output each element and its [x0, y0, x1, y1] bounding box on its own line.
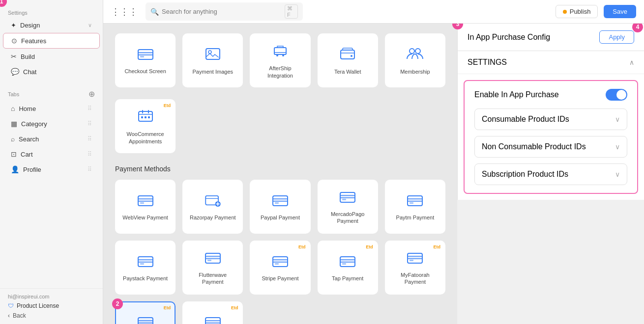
dropdown-chevron-icon: ∨: [615, 170, 620, 178]
payment-card-icon: [138, 255, 153, 271]
badge-4: 4: [632, 24, 643, 32]
payment-card-6[interactable]: Flutterwave Payment: [182, 241, 243, 295]
chevron-down-icon: ∨: [88, 22, 92, 28]
user-email: hi@inspireui.com: [8, 294, 95, 299]
payment-card-icon: [205, 194, 221, 210]
search-bar[interactable]: 🔍 ⌘ F: [146, 2, 303, 21]
payment-card-icon: [205, 252, 221, 268]
right-panel: In App Purchase Config 4 Apply SETTINGS …: [457, 24, 644, 200]
sidebar-item-chat[interactable]: 💬 Chat: [3, 64, 100, 79]
drag-handle[interactable]: ⠿: [88, 105, 92, 112]
payment-cards-grid: WebView Payment Razorpay Payment Paypal …: [115, 180, 445, 324]
back-button[interactable]: ‹ Back: [8, 312, 95, 319]
enable-label: Enable In App Purchase: [474, 90, 559, 99]
payment-card-icon: [407, 194, 423, 210]
right-panel-title: In App Purchase Config: [468, 33, 550, 42]
publish-button[interactable]: Publish: [556, 5, 598, 18]
payment-card-4[interactable]: Paytm Payment: [385, 180, 445, 234]
sidebar-item-design[interactable]: ✦ Design ∨: [3, 18, 100, 32]
svg-rect-41: [342, 199, 346, 200]
card-label: AfterShip Integration: [257, 65, 303, 79]
payment-card-10[interactable]: Etd In App Purchase2: [115, 301, 176, 324]
sidebar-item-build[interactable]: ✂ Build: [3, 49, 100, 64]
top-card-3[interactable]: Tera Wallet: [318, 33, 378, 87]
svg-point-14: [415, 49, 420, 54]
consumable-dropdown[interactable]: Consumable Product IDs ∨: [474, 108, 627, 130]
non-consumable-dropdown[interactable]: Non Consumable Product IDs ∨: [474, 136, 627, 158]
tab-item-cart[interactable]: ⊡ Cart ⠿: [3, 147, 100, 162]
sidebar: 1 Settings ✦ Design ∨ ⊙ Features ✂ Build…: [0, 0, 103, 324]
svg-rect-17: [141, 116, 143, 118]
publish-dot: [563, 10, 567, 14]
settings-title: SETTINGS: [468, 58, 507, 67]
payment-card-8[interactable]: Etd Tap Payment: [318, 241, 378, 295]
sidebar-item-features[interactable]: ⊙ Features: [3, 33, 100, 49]
drag-handle[interactable]: ⠿: [88, 120, 92, 127]
payment-card-11[interactable]: Etd Midtrans Payment: [182, 301, 243, 324]
svg-rect-46: [410, 202, 413, 204]
tab-item-search[interactable]: ⌕ Search ⠿: [3, 132, 100, 146]
svg-rect-11: [341, 50, 354, 59]
payment-card-2[interactable]: Paypal Payment: [250, 180, 310, 234]
drag-handle[interactable]: ⠿: [88, 151, 92, 158]
appointments-icon: [138, 109, 153, 127]
cart-label: Cart: [21, 151, 33, 158]
svg-point-9: [282, 54, 284, 56]
payment-card-3[interactable]: MercadoPago Payment: [318, 180, 378, 234]
subscription-dropdown[interactable]: Subscription Product IDs ∨: [474, 163, 627, 185]
drag-handle[interactable]: ⠿: [88, 135, 92, 142]
payment-card-icon: [340, 255, 355, 271]
payment-card-label: Paystack Payment: [123, 275, 168, 282]
payment-card-icon: [407, 252, 423, 268]
top-card-0[interactable]: Checkout Screen: [115, 33, 176, 87]
svg-rect-26: [140, 202, 144, 204]
card-woocommerce[interactable]: Etd WooCommerce Appointments: [115, 99, 176, 153]
enable-toggle[interactable]: [606, 89, 627, 101]
product-license[interactable]: 🛡 Product License: [8, 302, 95, 309]
card-woocommerce-label: WooCommerce Appointments: [122, 131, 169, 145]
category-icon: ▦: [11, 120, 17, 128]
enable-toggle-row: Enable In App Purchase: [474, 89, 627, 101]
tab-item-category[interactable]: ▦ Category ⠿: [3, 116, 100, 131]
payment-card-icon: [272, 194, 288, 210]
badge-2: 2: [112, 298, 123, 309]
payment-card-label: Flutterwave Payment: [189, 271, 236, 286]
card-icon: [272, 44, 288, 61]
design-icon: ✦: [11, 22, 16, 29]
drag-handle[interactable]: ⠿: [88, 166, 92, 173]
card-label: Membership: [400, 68, 430, 75]
grid-panel: Checkout Screen Payment Images AfterShip…: [103, 24, 457, 324]
payment-card-1[interactable]: Razorpay Payment: [182, 180, 243, 234]
add-tab-icon[interactable]: ⊕: [88, 89, 95, 99]
apply-button[interactable]: Apply: [599, 30, 634, 44]
payment-card-label: Stripe Payment: [262, 275, 298, 282]
payment-card-7[interactable]: Etd Stripe Payment: [250, 241, 310, 295]
content-area: Checkout Screen Payment Images AfterShip…: [103, 24, 644, 324]
card-label: Payment Images: [193, 68, 234, 75]
top-card-1[interactable]: Payment Images: [182, 33, 243, 87]
search-input[interactable]: [162, 8, 282, 15]
tab-item-home[interactable]: ⌂ Home ⠿: [3, 101, 100, 116]
payment-card-0[interactable]: WebView Payment: [115, 180, 176, 234]
collapse-icon[interactable]: ∧: [629, 58, 634, 66]
etd-badge: Etd: [164, 103, 171, 108]
shield-icon: 🛡: [8, 302, 14, 309]
save-button[interactable]: Save: [604, 5, 636, 18]
consumable-label: Consumable Product IDs: [482, 115, 569, 124]
svg-point-12: [351, 55, 352, 57]
dropdown-chevron-icon: ∨: [615, 115, 620, 123]
payment-card-9[interactable]: Etd MyFatoorah Payment: [385, 241, 445, 295]
svg-rect-19: [148, 116, 150, 118]
tabs-label: Tabs: [8, 91, 19, 97]
top-card-2[interactable]: AfterShip Integration: [250, 33, 310, 87]
subscription-label: Subscription Product IDs: [482, 170, 568, 179]
top-card-4[interactable]: Membership: [385, 33, 445, 87]
payment-card-label: MyFatoorah Payment: [392, 271, 439, 286]
svg-rect-36: [275, 202, 279, 204]
tab-item-profile[interactable]: 👤 Profile ⠿: [3, 162, 100, 177]
home-label: Home: [19, 105, 36, 112]
svg-rect-51: [140, 263, 144, 265]
payment-card-5[interactable]: Paystack Payment: [115, 241, 176, 295]
svg-point-8: [276, 54, 278, 56]
grid-icon[interactable]: ⋮⋮⋮: [111, 6, 138, 17]
